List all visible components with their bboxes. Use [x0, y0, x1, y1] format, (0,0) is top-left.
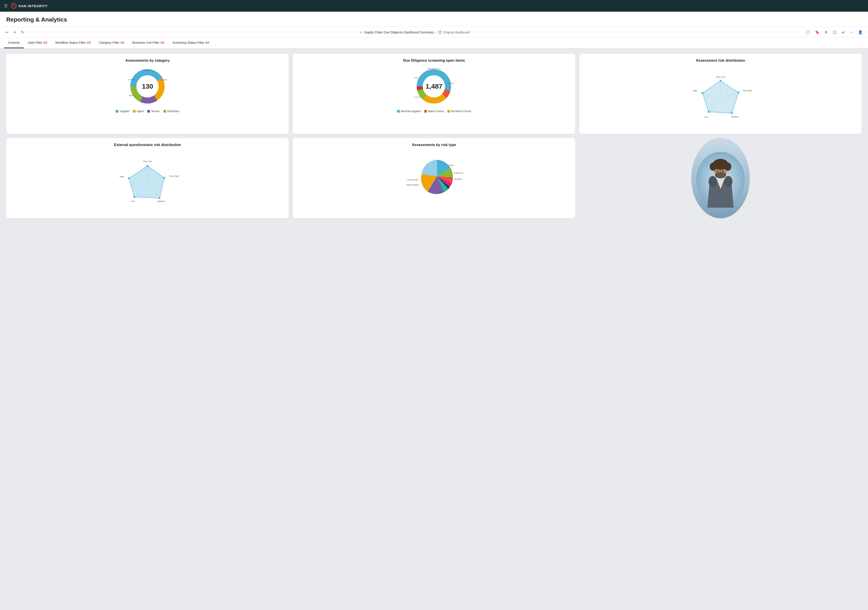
svg-marker-30	[702, 81, 738, 113]
svg-text:Matches Applied: Matches Applied	[448, 82, 454, 84]
legend-supplier-dot	[116, 110, 118, 113]
legend-vendor-dot	[147, 110, 150, 113]
svg-text:Information Found: Information Found	[427, 68, 440, 70]
legend-matches-applied-dot	[397, 110, 400, 113]
svg-point-31	[720, 80, 721, 82]
legend-supplier-label: Supplier	[119, 110, 129, 113]
legend-vendor-label: Vendor	[151, 110, 160, 113]
assessments-legend: Supplier Agent Vendor Distributor	[116, 110, 179, 113]
legend-distributor-label: Distributor	[167, 110, 180, 113]
bookmark-icon	[439, 31, 442, 34]
history-button[interactable]: 🕐	[804, 29, 811, 35]
svg-point-54	[159, 197, 161, 199]
svg-point-72	[715, 172, 726, 178]
legend-no-match-found-dot	[447, 110, 450, 113]
undo-button[interactable]: ↩	[4, 29, 10, 35]
filter-workflow-status[interactable]: Workflow Status Filter All	[51, 38, 95, 48]
cards-row-2: External questionnaire risk distribution	[6, 138, 862, 218]
toolbar-center: ★ Supply Chain Due Diligence Dashboard S…	[28, 30, 802, 34]
svg-point-56	[128, 178, 130, 179]
svg-text:Low: Low	[131, 200, 135, 202]
assessment-risk-distribution-title: Assessment risk distribution	[584, 59, 857, 63]
svg-text:Agent: Agent	[129, 94, 134, 96]
screening-filter-badge: All	[205, 41, 209, 45]
dashboard-sub-title: Original dashboard	[443, 31, 470, 34]
assessments-total: 130	[142, 82, 153, 90]
svg-text:Export Controls: Export Controls	[454, 172, 463, 174]
pie-container: Trade... Export Controls Sanctions Adver…	[298, 150, 570, 200]
due-diligence-total: 1,487	[426, 82, 442, 90]
assessments-by-risk-type-title: Assessments by risk type	[298, 143, 570, 147]
assessment-radar-svg: Very Low Very High Medium Low High	[687, 68, 754, 127]
legend-no-match-found: No Match Found	[447, 110, 471, 113]
assessment-radar-container: Very Low Very High Medium Low High	[584, 66, 857, 129]
dashboard-title: ★ Supply Chain Due Diligence Dashboard S…	[360, 31, 434, 34]
svg-point-76	[716, 170, 718, 172]
user-button[interactable]: 👤	[857, 29, 864, 35]
external-questionnaire-radar-svg: Very Low Very High Medium Low High	[114, 153, 181, 211]
svg-point-77	[722, 170, 724, 172]
filter-business-unit[interactable]: Business Unit Filter All	[129, 38, 168, 48]
menu-icon[interactable]: ☰	[4, 3, 8, 8]
svg-point-79	[724, 176, 732, 187]
svg-text:Supplier: Supplier	[161, 79, 167, 81]
assessments-by-category-title: Assessments by category	[11, 59, 284, 63]
svg-text:Forced Labor: Forced Labor	[408, 179, 418, 181]
person-card	[691, 138, 750, 218]
legend-vendor: Vendor	[147, 110, 160, 113]
download-button[interactable]: ⬇	[823, 29, 829, 35]
assessments-by-risk-type-card: Assessments by risk type	[293, 138, 575, 218]
external-questionnaire-title: External questionnaire risk distribution	[11, 143, 284, 147]
assessments-by-category-card: Assessments by category Distributor Supp…	[6, 54, 289, 134]
logo-text: GAN INTEGRITY	[19, 4, 48, 8]
svg-point-1	[13, 5, 14, 6]
star-icon: ★	[360, 31, 363, 34]
filter-category[interactable]: Category Filter All	[95, 38, 129, 48]
svg-text:Adverse Media: Adverse Media	[406, 184, 418, 186]
svg-text:Trade...: Trade...	[448, 164, 455, 166]
page-title: Reporting & Analytics	[6, 16, 862, 23]
svg-text:Very Low: Very Low	[143, 160, 152, 163]
legend-no-match-found-label: No Match Found	[451, 110, 471, 113]
date-filter-badge: All	[43, 41, 47, 45]
svg-text:No Matches Found: No Matches Found	[414, 96, 420, 98]
workflow-filter-badge: All	[87, 41, 91, 45]
svg-marker-51	[129, 166, 164, 198]
svg-text:Vendor: Vendor	[128, 79, 134, 81]
logo-icon	[11, 3, 17, 9]
svg-text:Sanctions: Sanctions	[454, 178, 462, 180]
due-diligence-card: Due Diligence screening open items Infor…	[293, 54, 575, 134]
expand-button[interactable]: ↔	[848, 29, 854, 35]
share-button[interactable]: ⬜	[831, 29, 838, 35]
svg-rect-2	[439, 31, 441, 34]
legend-match-found-label: Match Found	[428, 110, 444, 113]
topbar: ☰ GAN INTEGRITY	[0, 0, 868, 12]
external-questionnaire-card: External questionnaire risk distribution	[6, 138, 289, 218]
person-illustration-svg	[696, 146, 745, 214]
legend-agent-label: Agent	[137, 110, 144, 113]
due-diligence-donut-center: 1,487	[426, 82, 442, 90]
redo-button[interactable]: ↪	[12, 29, 17, 35]
category-filter-badge: All	[120, 41, 124, 45]
filter-screening-status[interactable]: Screening Status Filter All	[168, 38, 213, 48]
legend-match-found-dot	[424, 110, 427, 113]
due-diligence-donut-wrapper: Information Found Matches Applied No Mat…	[414, 66, 454, 107]
due-diligence-donut-container: Information Found Matches Applied No Mat…	[298, 66, 570, 113]
connect-button[interactable]: ⇄	[840, 29, 846, 35]
filter-controls[interactable]: Controls	[4, 38, 24, 48]
svg-point-33	[731, 112, 733, 114]
refresh-button[interactable]: ↻	[20, 29, 25, 35]
svg-text:Very High: Very High	[169, 175, 179, 177]
due-diligence-title: Due Diligence screening open items	[298, 59, 570, 63]
filter-date[interactable]: Date Filter All	[24, 38, 51, 48]
svg-text:Very Low: Very Low	[716, 76, 725, 78]
bookmark-button[interactable]: 🔖	[814, 29, 821, 35]
toolbar-right: 🕐 🔖 ⬇ ⬜ ⇄ ↔ 👤	[804, 29, 864, 35]
dashboard-content: Assessments by category Distributor Supp…	[0, 49, 868, 223]
svg-text:Medium: Medium	[158, 200, 166, 202]
svg-point-55	[133, 196, 135, 198]
legend-matches-applied: Matches Applied	[397, 110, 421, 113]
svg-text:High: High	[119, 175, 124, 178]
svg-text:Medium: Medium	[731, 116, 739, 118]
filterbar: Controls Date Filter All Workflow Status…	[0, 38, 868, 49]
